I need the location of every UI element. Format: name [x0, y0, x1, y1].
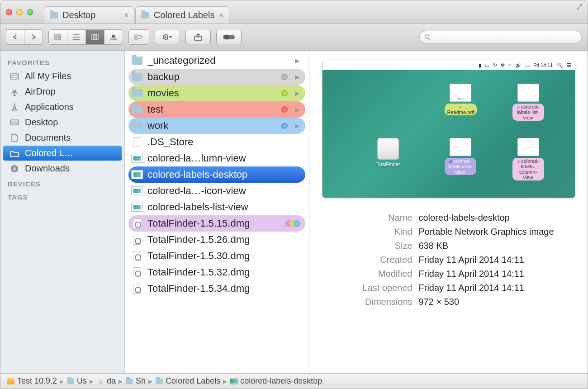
path-segment[interactable]: Us	[66, 376, 87, 386]
minimize-window-button[interactable]	[16, 9, 23, 15]
close-tab-icon[interactable]: ×	[124, 11, 128, 19]
meta-row-size: Size638 KB	[322, 239, 575, 253]
tag-dot	[281, 106, 288, 113]
folder-icon	[141, 12, 149, 19]
finder-window: Desktop × Colored Labels ×	[0, 0, 588, 389]
desktop-icon: colored-labels-list-view	[512, 84, 544, 121]
action-button[interactable]	[155, 30, 180, 44]
icon-view-button[interactable]	[49, 30, 67, 44]
chevron-right-icon: ▶	[295, 106, 300, 113]
file-row[interactable]: test▶	[128, 101, 305, 118]
file-row[interactable]: _uncategorized▶	[128, 52, 305, 69]
meta-value: Portable Network Graphics image	[419, 227, 554, 237]
file-row[interactable]: TotalFinder-1.5.26.dmg	[128, 232, 305, 248]
folder-icon	[132, 73, 142, 81]
path-bar[interactable]: Test 10.9.2▸Us▸⌂da▸Sh▸Colored Labels▸col…	[0, 373, 588, 389]
clock-text: Fri 14:11	[533, 62, 553, 68]
share-button[interactable]	[185, 30, 211, 44]
list-view-button[interactable]	[67, 30, 86, 44]
file-row[interactable]: TotalFinder-1.5.15.dmg	[128, 215, 305, 232]
folder-icon	[9, 149, 19, 158]
path-segment-label: Sh	[136, 376, 146, 386]
svg-rect-2	[55, 38, 57, 40]
meta-value: Friday 11 April 2014 14:11	[419, 283, 525, 293]
close-tab-icon[interactable]: ×	[219, 11, 223, 19]
file-row[interactable]: movies▶	[128, 85, 305, 101]
file-row[interactable]: TotalFinder-1.5.32.dmg	[128, 264, 305, 280]
svg-rect-3	[58, 38, 61, 40]
path-segment[interactable]: colored-labels-desktop	[230, 376, 322, 386]
arrange-button[interactable]	[129, 30, 149, 44]
file-row[interactable]: backup▶	[128, 69, 305, 85]
sidebar-item-documents[interactable]: Documents	[3, 130, 122, 145]
png-icon	[230, 378, 238, 384]
file-row[interactable]: work▶	[128, 118, 305, 134]
file-row[interactable]: colored-la…-icon-view	[128, 183, 305, 199]
svg-rect-1	[58, 34, 61, 37]
column-view-button[interactable]	[86, 30, 104, 44]
sidebar-item-folder[interactable]: Colored L…	[3, 146, 122, 161]
meta-row-name: Namecolored-labels-desktop	[322, 211, 575, 225]
window-tab-desktop[interactable]: Desktop ×	[44, 6, 134, 24]
sidebar-item-desktop[interactable]: Desktop	[3, 115, 122, 130]
meta-key: Dimensions	[322, 297, 413, 307]
dmg-icon	[133, 267, 141, 277]
fullscreen-icon[interactable]	[576, 3, 583, 10]
file-row[interactable]: TotalFinder-1.5.30.dmg	[128, 248, 305, 264]
search-field[interactable]	[419, 31, 582, 43]
svg-rect-6	[96, 34, 98, 40]
path-segment[interactable]: Sh	[125, 376, 146, 386]
path-segment-label: Test 10.9.2	[17, 376, 57, 386]
zoom-window-button[interactable]	[27, 9, 33, 15]
search-input[interactable]	[433, 33, 577, 41]
sidebar-header-favorites: FAVORITES	[0, 55, 124, 68]
desktop-icon: TotalFinder	[372, 138, 404, 167]
coverflow-view-button[interactable]	[104, 30, 123, 44]
chevron-right-icon: ▸	[90, 376, 94, 386]
file-row-label: TotalFinder-1.5.15.dmg	[147, 218, 250, 229]
file-row[interactable]: TotalFinder-1.5.34.dmg	[128, 280, 305, 297]
sidebar-item-applications[interactable]: Applications	[3, 100, 122, 114]
quicklook-toggle-button[interactable]	[216, 30, 242, 44]
battery-icon: ▭	[525, 62, 530, 68]
file-row-label: colored-la…-icon-view	[147, 185, 246, 197]
file-row[interactable]: colored-labels-desktop	[128, 166, 305, 183]
close-window-button[interactable]	[6, 9, 12, 15]
icon-label: colored-labels-list-view	[512, 104, 544, 121]
svg-rect-0	[55, 34, 57, 37]
folder-icon	[50, 12, 58, 19]
file-row[interactable]: .DS_Store	[128, 134, 305, 150]
window-tab-colored-labels[interactable]: Colored Labels ×	[135, 6, 229, 24]
dmg-icon	[133, 235, 141, 245]
column-list[interactable]: _uncategorized▶backup▶movies▶test▶work▶.…	[125, 51, 309, 373]
home-icon: ⌂	[96, 378, 104, 384]
file-row-label: colored-labels-desktop	[147, 169, 247, 180]
dmg-icon	[133, 284, 141, 294]
tag-dots	[288, 220, 300, 227]
file-row[interactable]: colored-labels-list-view	[128, 199, 305, 215]
file-row[interactable]: colored-la…lumn-view	[128, 150, 305, 166]
sidebar-item-all-my-files[interactable]: All My Files	[3, 69, 122, 84]
path-segment[interactable]: ⌂da	[96, 376, 116, 386]
file-row-label: TotalFinder-1.5.32.dmg	[147, 266, 250, 278]
meta-key: Size	[322, 241, 413, 251]
search-icon	[424, 34, 431, 40]
desktop-icon	[9, 118, 19, 127]
chevron-right-icon: ▸	[119, 376, 123, 386]
sidebar-header-devices: DEVICES	[0, 176, 124, 190]
file-row-label: colored-la…lumn-view	[147, 152, 246, 164]
path-segment[interactable]: Colored Labels	[155, 376, 220, 386]
sidebar-item-downloads[interactable]: Downloads	[3, 161, 122, 176]
svg-rect-9	[135, 38, 137, 39]
path-segment[interactable]: Test 10.9.2	[7, 376, 57, 386]
tab-label: Desktop	[62, 10, 95, 20]
svg-point-15	[425, 34, 429, 38]
desktop-icon: colored-labels-icon-view	[445, 138, 476, 175]
back-button[interactable]	[6, 30, 24, 44]
sidebar-item-airdrop[interactable]: AirDrop	[3, 84, 122, 99]
forward-button[interactable]	[24, 30, 43, 44]
svg-point-11	[165, 36, 166, 38]
icon-label: colored-labels-icon-view	[445, 158, 476, 175]
dmg-icon	[133, 218, 141, 228]
meta-key: Kind	[322, 227, 413, 237]
